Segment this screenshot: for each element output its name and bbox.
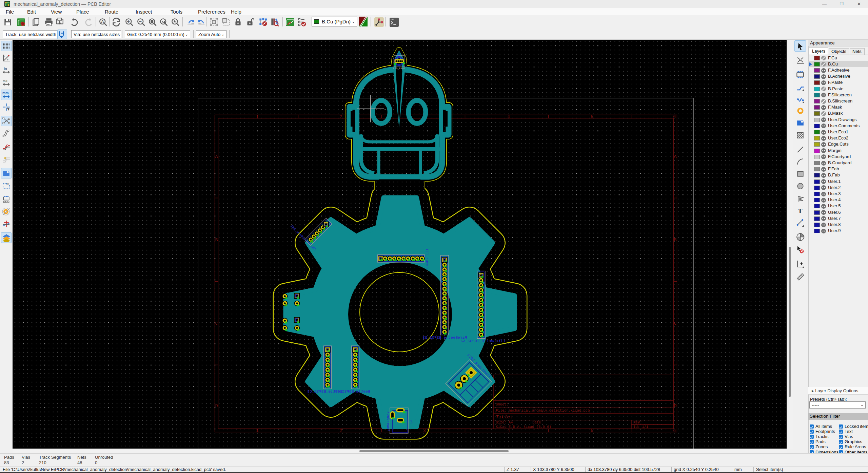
svg-text:C: C [674, 321, 677, 326]
svg-text:mil: mil [3, 79, 7, 83]
svg-text:3: 3 [423, 428, 426, 433]
svg-text:FireBeetle_ESP32_S3: FireBeetle_ESP32_S3 [422, 335, 467, 340]
svg-text:in: in [4, 67, 7, 71]
svg-text:A: A [215, 154, 218, 159]
svg-text:r: r [4, 55, 5, 58]
svg-text:2: 2 [339, 428, 342, 433]
svg-text:5: 5 [591, 114, 593, 119]
svg-text:Sheet:: Sheet: [496, 402, 509, 406]
svg-text:2: 2 [339, 114, 342, 119]
svg-text:KiCad E.D.A. kicad (6.0.6): KiCad E.D.A. kicad (6.0.6) [496, 425, 551, 429]
svg-text:A: A [101, 19, 104, 23]
svg-text:+: + [127, 19, 130, 24]
svg-text:D: D [215, 403, 218, 409]
svg-text:Id: 1/1: Id: 1/1 [633, 425, 648, 429]
svg-text:Femur_TIT: Femur_TIT [425, 248, 429, 269]
svg-text:D: D [674, 403, 677, 409]
svg-text:Beetle_ESP32_C3: Beetle_ESP32_C3 [335, 389, 370, 394]
svg-text:mm: mm [2, 91, 9, 95]
svg-text:1: 1 [256, 114, 259, 119]
svg-text:T: T [798, 207, 802, 214]
svg-text:Size: A4: Size: A4 [496, 420, 513, 424]
svg-text:θ: θ [7, 58, 8, 61]
svg-text:FireBeetle_ESP32_S3: FireBeetle_ESP32_S3 [460, 339, 505, 343]
svg-text:A: A [674, 154, 677, 159]
svg-text:6: 6 [673, 428, 676, 433]
svg-text:C: C [215, 321, 218, 326]
svg-text:6: 6 [673, 114, 676, 119]
svg-text:5: 5 [591, 428, 593, 433]
svg-text:4: 4 [507, 114, 510, 119]
svg-text:Rev:: Rev: [633, 420, 642, 424]
svg-text:Title:: Title: [496, 414, 513, 420]
svg-text:B: B [674, 238, 677, 243]
svg-text:LED_RAGE: LED_RAGE [393, 67, 406, 70]
svg-text:P1: P1 [409, 419, 413, 423]
svg-text:B: B [215, 238, 218, 243]
svg-text:Date:: Date: [532, 420, 543, 424]
svg-text:−: − [139, 19, 141, 24]
svg-text:1: 1 [256, 428, 259, 433]
svg-text:PowerJack: PowerJack [386, 411, 390, 432]
svg-text:D4: D4 [397, 53, 401, 56]
svg-text:File: mechanical_anomaly_detec: File: mechanical_anomaly_detection.kicad… [496, 409, 590, 413]
